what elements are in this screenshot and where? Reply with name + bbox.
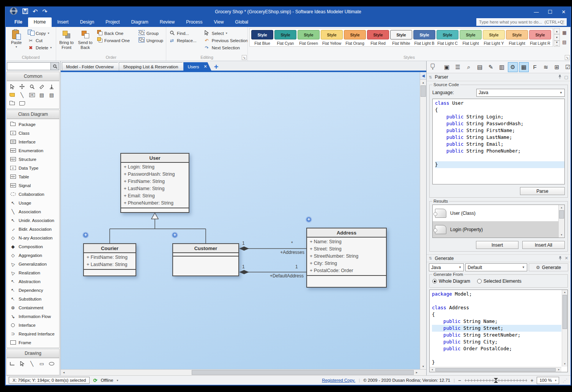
menu-tab-process[interactable]: Process [180, 17, 208, 27]
generate-profile-select[interactable]: Default▼ [465, 263, 527, 271]
line-tool-icon[interactable]: ╲ [18, 91, 26, 98]
vertical-scroll-thumb[interactable] [421, 85, 426, 97]
insert-all-button[interactable]: Insert All [522, 241, 565, 249]
panel-collapse-icon[interactable]: ⇅ [429, 75, 432, 79]
find-button[interactable]: Find... [168, 30, 198, 37]
scroll-left-icon[interactable]: ◄ [430, 368, 435, 371]
menu-tab-file[interactable]: File [9, 17, 28, 27]
toolbox-item-unidir-association[interactable]: ↖Unidir. Association [7, 216, 59, 225]
forward-one-button[interactable]: Forward One [95, 37, 131, 44]
outline-icon[interactable]: ☰ [453, 62, 463, 72]
pan-tool-icon[interactable] [18, 83, 26, 90]
add-element-badge-icon[interactable]: + [172, 232, 178, 238]
toolbox-item-information-flow[interactable]: ↝Information Flow [7, 312, 59, 321]
parser-code-editor[interactable]: class User{ public String Login; public … [432, 99, 565, 184]
panel-maximize-icon[interactable]: ▢ [564, 75, 568, 80]
pin-icon[interactable] [558, 256, 562, 261]
zoom-tool-icon[interactable] [28, 83, 36, 90]
editing-dialog-launcher-icon[interactable]: ⇘ [242, 55, 247, 60]
zoom-slider[interactable] [465, 378, 527, 383]
generate-code-vscrollbar[interactable]: ▲ ▼ [562, 290, 567, 367]
previous-selection-button[interactable]: ↶Previous Selection [203, 37, 249, 44]
scroll-up-icon[interactable]: ▲ [559, 205, 564, 210]
arrow-tool-icon[interactable] [18, 360, 26, 367]
replace-button[interactable]: ⇄Replace... [168, 37, 198, 44]
styles-expand-icon[interactable]: ▼— [554, 41, 560, 47]
toolbox-item-interface[interactable]: iInterface [7, 137, 59, 146]
text-area-tool-icon[interactable]: ▤ [48, 91, 55, 98]
toolbox-item-dependency[interactable]: ⇠Dependency [7, 286, 59, 294]
toolbox-item-class[interactable]: cClass [7, 129, 59, 137]
menu-tab-global[interactable]: Global [229, 17, 254, 27]
undo-icon[interactable]: ↶ [33, 9, 38, 15]
toolbox-item-usage[interactable]: ↖Usage [7, 198, 59, 207]
toolbox-item-package[interactable]: Package [7, 120, 59, 129]
bring-to-front-button[interactable]: Bring to Front [58, 28, 75, 50]
style-item-1[interactable]: StyleFlat Blue [251, 30, 273, 46]
parser-icon[interactable]: ⚙ [508, 62, 518, 72]
cut-button[interactable]: ✂Cut [27, 37, 53, 44]
diagram-tab-model-folder-overview[interactable]: Model - Folder Overview [62, 62, 121, 71]
toolbox-item-required-interface[interactable]: ⊃Required Interface [7, 329, 59, 338]
style-item-8[interactable]: StyleFlat Light B [413, 30, 435, 46]
note-tool-icon[interactable] [18, 100, 26, 107]
generate-language-select[interactable]: Java▼ [429, 263, 464, 271]
shape-tool-icon[interactable] [8, 91, 16, 98]
toolbox-item-association[interactable]: ╲Association [7, 207, 59, 216]
toolbox-item-data-type[interactable]: cData Type [7, 164, 59, 172]
menu-tab-view[interactable]: View [208, 17, 230, 27]
back-one-button[interactable]: Back One [95, 30, 131, 37]
scroll-up-icon[interactable]: ▲ [562, 290, 567, 295]
minimize-button[interactable]: — [529, 7, 543, 17]
style-item-10[interactable]: StyleFlat Light [460, 30, 482, 46]
toolbox-item-table[interactable]: «t»Table [7, 172, 59, 181]
polyline-tool-icon[interactable] [8, 360, 16, 367]
uml-class-address[interactable]: Address+ Name: String+ Street: String+ S… [306, 228, 387, 288]
style-item-6[interactable]: StyleFlat Red [367, 30, 389, 46]
toolbox-item-signal[interactable]: «s»Signal [7, 181, 59, 190]
add-element-badge-icon[interactable]: + [306, 216, 312, 223]
canvas-vertical-scrollbar[interactable]: ◀ ▲ ▼ [420, 72, 426, 369]
toolbox-search-input[interactable] [7, 62, 51, 70]
edit-style-icon[interactable]: ✎ [486, 62, 496, 72]
styles-scroll-down-icon[interactable]: ▼ [554, 34, 560, 40]
results-scroll-thumb[interactable] [559, 210, 564, 219]
uml-class-customer[interactable]: Customer [172, 243, 239, 276]
documentation-icon[interactable]: ▤ [475, 62, 485, 72]
scroll-right-icon[interactable]: ► [414, 371, 420, 374]
style-item-11[interactable]: StyleFlat Light Y [483, 30, 505, 46]
add-element-badge-icon[interactable]: + [82, 232, 89, 238]
scroll-down-icon[interactable]: ▼ [559, 232, 564, 238]
generate-scroll-thumb[interactable] [563, 295, 567, 329]
generator-icon[interactable]: ▦ [519, 62, 529, 72]
generate-code-hscrollbar[interactable]: ◄ ► [430, 367, 561, 372]
tasks-icon[interactable]: ☑ [563, 62, 572, 72]
toolbox-item-structure[interactable]: «s»Structure [7, 155, 59, 164]
scroll-right-icon[interactable]: ► [556, 368, 561, 371]
style-manager-icon[interactable]: ▤ [562, 39, 566, 45]
generate-button[interactable]: ⚙ Generate [529, 263, 568, 271]
toolbox-item-aggregation[interactable]: ◇Aggregation [7, 251, 59, 260]
scroll-left-icon[interactable]: ◄ [61, 371, 67, 374]
toolbox-item-bidir-association[interactable]: ↔Bidir. Association [7, 225, 59, 233]
horizontal-scroll-thumb[interactable] [192, 370, 414, 375]
panels-menu-icon[interactable]: ▢▾ [428, 62, 438, 72]
toolbox-item-interface[interactable]: Interface [7, 321, 59, 329]
assistant-search-input[interactable] [476, 18, 567, 26]
panel-close-icon[interactable]: ✕ [565, 256, 568, 261]
styles-scroll-up-icon[interactable]: ▲ [554, 28, 560, 34]
zoom-slider-thumb[interactable] [494, 378, 498, 384]
radio-selected-elements[interactable]: Selected Elements [477, 279, 522, 284]
toolbox-item-generalization[interactable]: ◁Generalization [7, 260, 59, 268]
toolbox-item-abstraction[interactable]: ⇠Abstraction [7, 277, 59, 286]
toolbox-item-containment[interactable]: ⊕Containment [7, 303, 59, 312]
toolbox-section-drawing[interactable]: Drawing [6, 349, 60, 358]
results-scrollbar[interactable]: ▲ ▼ [558, 205, 564, 238]
send-to-back-button[interactable]: Send to Back [76, 28, 94, 50]
toolbox-search-icon[interactable] [51, 62, 59, 70]
result-item[interactable]: Login (Property) [433, 221, 558, 238]
style-item-13[interactable]: StyleFlat Light R [529, 30, 551, 46]
next-selection-button[interactable]: ↷Next Selection [203, 44, 249, 51]
close-button[interactable]: ✕ [557, 7, 570, 17]
toolbox-item-collaboration[interactable]: Collaboration [7, 190, 59, 198]
